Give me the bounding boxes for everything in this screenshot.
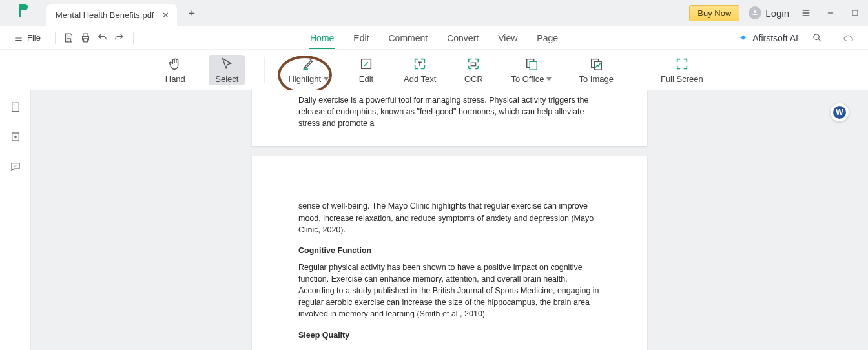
avatar-icon: [749, 6, 761, 19]
to-office-icon: [524, 56, 539, 72]
word-icon: W: [833, 106, 846, 119]
login-button[interactable]: Login: [749, 6, 789, 19]
convert-to-word-button[interactable]: W: [831, 103, 849, 121]
bookmark-icon[interactable]: [8, 129, 23, 145]
search-icon[interactable]: [809, 30, 825, 46]
hamburger-icon[interactable]: [798, 5, 814, 21]
new-tab-button[interactable]: ＋: [182, 3, 202, 23]
hand-label: Hand: [165, 74, 185, 84]
svg-point-10: [14, 105, 15, 106]
divider: [264, 57, 265, 83]
add-text-label: Add Text: [404, 74, 436, 84]
hamburger-icon: [14, 34, 23, 43]
buy-now-button[interactable]: Buy Now: [689, 5, 739, 21]
highlight-label: Highlight: [288, 74, 321, 84]
workspace: Daily exercise is a powerful tool for ma…: [0, 90, 868, 350]
ribbon-toolbar: Hand Select Highlight Edit Add Text OCR: [0, 49, 868, 90]
toolgroup-main: Hand Select Highlight Edit Add Text OCR: [161, 55, 707, 85]
menubar-right: ✦ Afirstsoft AI: [718, 26, 856, 49]
undo-icon[interactable]: [94, 30, 111, 46]
login-label: Login: [765, 8, 789, 19]
divider: [637, 57, 637, 83]
hand-tool[interactable]: Hand: [161, 55, 189, 85]
to-image-tool[interactable]: To Image: [575, 55, 617, 85]
heading: Sleep Quality: [298, 329, 601, 341]
body-text: sense of well-being. The Mayo Clinic hig…: [298, 200, 601, 235]
select-label: Select: [215, 74, 238, 84]
close-tab-icon[interactable]: ✕: [160, 10, 170, 20]
divider: [133, 32, 134, 44]
add-text-icon: [412, 56, 428, 72]
edit-icon: [358, 56, 374, 72]
ocr-label: OCR: [464, 74, 483, 84]
svg-point-2: [813, 34, 819, 40]
select-tool[interactable]: Select: [209, 55, 245, 85]
titlebar-right: Buy Now Login: [689, 0, 863, 26]
minimize-icon[interactable]: [823, 5, 838, 21]
tab-view[interactable]: View: [497, 29, 519, 47]
hand-icon: [167, 56, 183, 72]
to-image-label: To Image: [579, 74, 613, 84]
heading: Cognitive Function: [298, 245, 601, 256]
redo-icon[interactable]: [111, 30, 128, 46]
chevron-down-icon[interactable]: [546, 77, 552, 81]
document-tab[interactable]: Mental Health Benefits.pdf ✕: [46, 4, 177, 26]
to-office-label: To Office: [511, 74, 544, 84]
ai-button[interactable]: ✦ Afirstsoft AI: [739, 32, 798, 44]
to-office-tool[interactable]: To Office: [507, 55, 555, 85]
print-icon[interactable]: [78, 30, 94, 46]
edit-label: Edit: [359, 74, 373, 84]
add-text-tool[interactable]: Add Text: [400, 55, 440, 85]
titlebar: Mental Health Benefits.pdf ✕ ＋ Buy Now L…: [0, 0, 868, 26]
highlight-icon: [301, 56, 316, 72]
document-viewport[interactable]: Daily exercise is a powerful tool for ma…: [31, 90, 868, 350]
file-menu-button[interactable]: File: [0, 26, 50, 49]
tab-comment[interactable]: Comment: [387, 29, 429, 47]
maximize-icon[interactable]: [847, 5, 863, 21]
chevron-down-icon[interactable]: [324, 77, 329, 81]
cloud-icon[interactable]: [840, 30, 856, 46]
comment-panel-icon[interactable]: [8, 159, 23, 174]
to-image-icon: [588, 56, 604, 72]
tab-convert[interactable]: Convert: [446, 29, 480, 47]
svg-rect-9: [12, 103, 19, 112]
pdf-page: Daily exercise is a powerful tool for ma…: [252, 90, 647, 146]
divider: [723, 32, 723, 44]
body-text: Daily exercise is a powerful tool for ma…: [298, 94, 601, 129]
divider: [55, 32, 56, 44]
full-screen-tool[interactable]: Full Screen: [657, 55, 707, 85]
left-rail: [0, 90, 31, 350]
svg-point-0: [754, 10, 756, 13]
save-icon[interactable]: [61, 30, 78, 46]
svg-rect-6: [530, 61, 537, 70]
svg-rect-1: [852, 10, 858, 15]
full-screen-label: Full Screen: [661, 74, 703, 84]
svg-rect-4: [471, 63, 476, 66]
thumbnails-icon[interactable]: [8, 99, 23, 115]
tab-edit[interactable]: Edit: [352, 29, 370, 47]
pdf-page: sense of well-being. The Mayo Clinic hig…: [252, 156, 647, 350]
body-text: Regular physical activity has been shown…: [298, 262, 601, 320]
edit-tool[interactable]: Edit: [352, 55, 380, 85]
sparkle-icon: ✦: [739, 32, 747, 44]
file-menu-label: File: [27, 33, 41, 43]
document-tab-title: Mental Health Benefits.pdf: [56, 10, 154, 20]
app-logo: [16, 3, 31, 18]
ai-label: Afirstsoft AI: [752, 33, 798, 43]
fullscreen-icon: [674, 56, 690, 72]
cursor-icon: [219, 56, 234, 72]
menubar: File Home Edit Comment Convert View Page…: [0, 26, 868, 49]
tab-page[interactable]: Page: [535, 29, 559, 47]
highlight-tool[interactable]: Highlight: [284, 55, 333, 85]
ocr-tool[interactable]: OCR: [459, 55, 488, 85]
ocr-icon: [466, 56, 481, 72]
tab-home[interactable]: Home: [309, 29, 335, 47]
